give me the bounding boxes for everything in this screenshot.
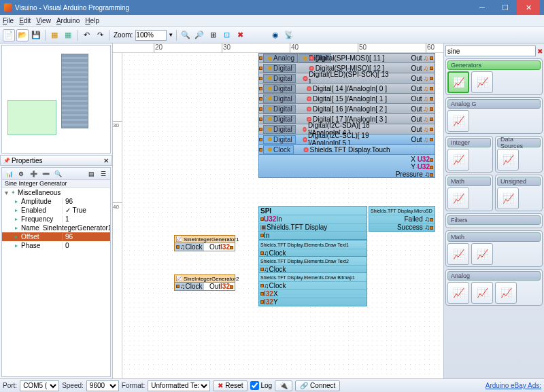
palette-group-head[interactable]: Analog G	[447, 99, 541, 109]
connect-button[interactable]: 🔗Connect	[295, 380, 340, 391]
prop-extra-icon[interactable]: ▤	[86, 169, 97, 179]
spi-in[interactable]: U32In	[259, 215, 367, 223]
palette-group-head[interactable]: Math	[447, 232, 541, 242]
microsd-failed[interactable]: Failed ♫	[369, 215, 435, 223]
palette-item[interactable]: 📈	[471, 243, 493, 265]
board-pin-3[interactable]: Digital	[263, 84, 296, 93]
draw-x[interactable]: I32X	[259, 289, 367, 298]
palette-search-input[interactable]	[445, 46, 536, 56]
board-out-3[interactable]: Out♫	[411, 85, 435, 92]
palette-item[interactable]: 📈	[447, 110, 469, 132]
gen2-clock-pin[interactable]: ♫Clock	[175, 283, 204, 290]
prop-row-enabled[interactable]: ▸Enabled✓ True	[2, 206, 110, 215]
board-out-5[interactable]: Out♫	[411, 105, 435, 113]
palette-item[interactable]: 📈	[497, 188, 519, 209]
zoom-combo[interactable]	[135, 30, 167, 41]
board-pin-7[interactable]: Digital	[263, 125, 296, 134]
disconnect-button[interactable]: 🔌	[275, 380, 292, 391]
palette-item[interactable]: 📈	[447, 71, 469, 93]
board-pin-2[interactable]: Digital	[263, 74, 296, 83]
gen2-out-pin[interactable]: OutI32	[208, 283, 235, 290]
port-combo[interactable]: COM5 (…	[20, 380, 59, 391]
palette-item[interactable]: 📈	[471, 71, 493, 93]
zoom-out-button[interactable]: 🔎	[193, 29, 205, 41]
redo-button[interactable]: ↷	[94, 29, 106, 41]
board-out-1[interactable]: Out♫	[411, 65, 435, 72]
spi-in2[interactable]: In	[259, 231, 367, 239]
overview-panel[interactable]	[1, 45, 111, 154]
draw-clock-2[interactable]: ♫Clock	[259, 281, 367, 289]
prop-categorize-icon[interactable]: 📊	[3, 169, 14, 179]
prop-alpha-icon[interactable]: ⚙	[16, 169, 27, 179]
palette-item[interactable]: 📈	[471, 282, 493, 304]
prop-tree-icon[interactable]: ☰	[98, 169, 109, 179]
spi-shield[interactable]: SPI U32In ▦Shields.TFT Display In	[258, 206, 367, 240]
gen1-clock-pin[interactable]: ♫Clock	[175, 243, 204, 251]
touch-x[interactable]: X U32	[411, 156, 433, 163]
prop-expand-icon[interactable]: ➕	[28, 169, 39, 179]
undo-button[interactable]: ↶	[80, 29, 92, 41]
menu-arduino[interactable]: Arduino	[56, 17, 80, 24]
board-pin-9[interactable]: Clock	[263, 145, 294, 154]
board-pin-1[interactable]: Digital	[263, 64, 296, 73]
properties-close-icon[interactable]: ✕	[103, 157, 109, 164]
palette-group-head[interactable]: Data Sources	[497, 138, 541, 147]
view1-button[interactable]: ▦	[48, 29, 61, 41]
prop-group[interactable]: ▾✦Miscellaneous	[2, 188, 110, 197]
zoom-fit-button[interactable]: ⊞	[207, 29, 219, 41]
touch-pressure[interactable]: Pressure ♫	[396, 171, 433, 178]
board-out-8[interactable]: Out♫	[411, 136, 435, 143]
draw-element-0[interactable]: Shields.TFT Display.Elements.Draw Text1 …	[258, 240, 367, 257]
palette-item[interactable]: 📈	[447, 243, 469, 265]
arduino-board[interactable]: AnalogDigital Digital(SPI-MOSI)[ 11 ] Ou…	[258, 53, 435, 178]
board-out-7[interactable]: Out♫	[411, 126, 435, 133]
menu-file[interactable]: File	[3, 17, 14, 24]
palette-group-head[interactable]: Generators	[447, 60, 541, 70]
microsd-shield[interactable]: Shields.TFT Display.MicroSD Failed ♫ Suc…	[369, 206, 435, 232]
prop-row-amplitude[interactable]: ▸Amplitude96	[2, 197, 110, 206]
gen2-block[interactable]: 📈SineIntegerGenerator2 ♫ClockOutI32	[174, 274, 235, 291]
pin-icon[interactable]: 📌	[3, 158, 10, 164]
format-combo[interactable]: Unformatted Text	[148, 380, 210, 391]
prop-collapse-icon[interactable]: ➖	[40, 169, 51, 179]
upload-button[interactable]: 📡	[283, 29, 295, 41]
close-button[interactable]: ✕	[517, 0, 540, 15]
target-button[interactable]: ◉	[269, 29, 282, 41]
draw-y[interactable]: I32Y	[259, 298, 367, 306]
board-pin-4[interactable]: Digital	[263, 94, 296, 103]
touch-y[interactable]: Y U32	[411, 163, 433, 171]
board-pin-0[interactable]: Analog	[263, 54, 298, 63]
gen1-out-pin[interactable]: OutI32	[208, 243, 235, 251]
palette-group-head[interactable]: Unsigned	[497, 177, 541, 186]
board-out-2[interactable]: Out♫	[411, 75, 435, 82]
board-out-0[interactable]: Out♫	[411, 54, 435, 62]
board-out-6[interactable]: Out♫	[411, 115, 435, 123]
search-clear-icon[interactable]: ✖	[537, 46, 543, 56]
delete-button[interactable]: ✖	[234, 29, 246, 41]
prop-row-phase[interactable]: ▸Phase0	[2, 241, 110, 250]
canvas[interactable]: 📈SineIntegerGenerator1 ♫ClockOutI32 📈Sin…	[122, 53, 443, 378]
zoom-sel-button[interactable]: ⊡	[220, 29, 233, 41]
palette-item[interactable]: 📈	[497, 149, 519, 171]
board-pin-6[interactable]: Digital	[263, 115, 296, 124]
log-checkbox[interactable]: Log	[250, 381, 272, 390]
prop-row-frequency[interactable]: ▸Frequency1	[2, 215, 110, 224]
palette-group-head[interactable]: Filters	[447, 215, 541, 225]
new-button[interactable]: 📄	[3, 29, 15, 41]
board-pin-8[interactable]: Digital	[263, 135, 296, 144]
palette-group-head[interactable]: Integer	[447, 138, 491, 147]
palette-item[interactable]: 📈	[447, 149, 469, 171]
speed-combo[interactable]: 9600	[86, 380, 119, 391]
open-button[interactable]: 📂	[16, 29, 29, 41]
draw-element-1[interactable]: Shields.TFT Display.Elements.Draw Text2 …	[258, 256, 367, 274]
menu-help[interactable]: Help	[85, 17, 99, 24]
palette-group-head[interactable]: Analog	[447, 271, 541, 281]
prop-search-icon[interactable]: 🔍	[52, 169, 63, 179]
draw-element-2[interactable]: Shields.TFT Display.Elements.Draw Bitmap…	[258, 272, 367, 306]
save-button[interactable]: 💾	[30, 29, 42, 41]
gen1-block[interactable]: 📈SineIntegerGenerator1 ♫ClockOutI32	[174, 235, 235, 251]
board-out-4[interactable]: Out♫	[411, 95, 435, 103]
minimize-button[interactable]: ─	[471, 0, 494, 15]
menu-view[interactable]: View	[36, 17, 51, 24]
microsd-success[interactable]: Success ♫	[369, 223, 435, 231]
